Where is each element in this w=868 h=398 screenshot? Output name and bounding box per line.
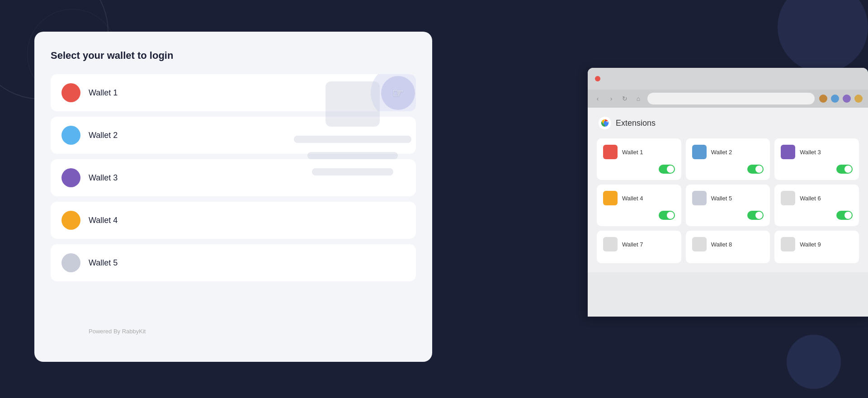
ext-toggle-4[interactable] (659, 211, 675, 220)
chrome-logo-icon (599, 117, 611, 129)
ext-name-2: Wallet 2 (711, 149, 732, 156)
wallet-icon-2 (61, 126, 80, 145)
ext-icon-3 (781, 145, 795, 159)
blur-content (262, 0, 443, 398)
ext-card-bottom-1 (603, 165, 675, 174)
address-bar[interactable] (647, 93, 815, 104)
wallet-name-4: Wallet 4 (89, 216, 118, 225)
ext-icon-4 (603, 191, 618, 205)
ext-card-bottom-3 (781, 165, 853, 174)
ext-card-bottom-6 (781, 211, 853, 220)
ext-icon-6 (781, 191, 795, 205)
wallet-icon-3 (61, 168, 80, 187)
wallet-name-3: Wallet 3 (89, 173, 118, 183)
ext-icon-9 (781, 237, 795, 251)
nav-home-button[interactable]: ⌂ (634, 94, 643, 103)
chrome-close-dot[interactable] (595, 76, 600, 81)
wallet-icon-4 (61, 211, 80, 230)
nav-icon-purple[interactable] (843, 95, 851, 103)
ext-name-9: Wallet 9 (800, 241, 821, 248)
placeholder-bar-2 (307, 152, 398, 159)
ext-card-9[interactable]: Wallet 9 (774, 231, 859, 263)
nav-back-button[interactable]: ‹ (593, 94, 602, 103)
ext-toggle-1[interactable] (659, 165, 675, 174)
ext-icon-5 (692, 191, 707, 205)
ext-card-4[interactable]: Wallet 4 (597, 185, 681, 226)
ext-name-8: Wallet 8 (711, 241, 732, 248)
chrome-window: ‹ › ↻ ⌂ (588, 68, 868, 317)
ext-toggle-6[interactable] (836, 211, 853, 220)
placeholder-square (326, 81, 380, 127)
ext-card-top-8: Wallet 8 (692, 237, 764, 251)
ext-card-top-9: Wallet 9 (781, 237, 853, 251)
ext-name-7: Wallet 7 (622, 241, 643, 248)
ext-icon-8 (692, 237, 707, 251)
ext-name-5: Wallet 5 (711, 195, 732, 202)
ext-card-bottom-2 (692, 165, 764, 174)
ext-card-bottom-4 (603, 211, 675, 220)
extensions-grid: Wallet 1 Wallet 2 (597, 138, 859, 263)
ext-name-4: Wallet 4 (622, 195, 643, 202)
ext-toggle-2[interactable] (747, 165, 764, 174)
ext-card-bottom-5 (692, 211, 764, 220)
wallet-name-2: Wallet 2 (89, 131, 118, 140)
ext-card-top-5: Wallet 5 (692, 191, 764, 205)
placeholder-bar-3 (312, 168, 393, 175)
nav-icon-yellow[interactable] (854, 95, 863, 103)
ext-card-top-1: Wallet 1 (603, 145, 675, 159)
ext-card-1[interactable]: Wallet 1 (597, 138, 681, 180)
placeholder-bar-1 (294, 136, 411, 143)
nav-forward-button[interactable]: › (607, 94, 616, 103)
nav-icon-brown[interactable] (819, 95, 827, 103)
ext-card-top-7: Wallet 7 (603, 237, 675, 251)
extensions-content: Extensions Wallet 1 (588, 108, 868, 272)
ext-card-2[interactable]: Wallet 2 (686, 138, 770, 180)
ext-card-7[interactable]: Wallet 7 (597, 231, 681, 263)
ext-card-top-2: Wallet 2 (692, 145, 764, 159)
ext-toggle-5[interactable] (747, 211, 764, 220)
ext-name-6: Wallet 6 (800, 195, 821, 202)
powered-by: Powered By RabbyKit (89, 328, 146, 335)
ext-name-3: Wallet 3 (800, 149, 821, 156)
extensions-title: Extensions (616, 118, 656, 128)
nav-refresh-button[interactable]: ↻ (620, 94, 629, 103)
wallet-icon-5 (61, 253, 80, 272)
extensions-header: Extensions (597, 117, 859, 129)
wallet-name-5: Wallet 5 (89, 258, 118, 268)
chrome-titlebar (588, 68, 868, 90)
ext-card-8[interactable]: Wallet 8 (686, 231, 770, 263)
ext-toggle-3[interactable] (836, 165, 853, 174)
wallet-icon-1 (61, 83, 80, 102)
ext-icon-2 (692, 145, 707, 159)
chrome-navbar: ‹ › ↻ ⌂ (588, 90, 868, 108)
main-container: Select your wallet to login Wallet 1 ☞ W… (0, 0, 868, 398)
ext-card-3[interactable]: Wallet 3 (774, 138, 859, 180)
ext-card-6[interactable]: Wallet 6 (774, 185, 859, 226)
ext-icon-7 (603, 237, 618, 251)
nav-icon-blue[interactable] (831, 95, 839, 103)
ext-card-top-4: Wallet 4 (603, 191, 675, 205)
ext-card-top-6: Wallet 6 (781, 191, 853, 205)
ext-name-1: Wallet 1 (622, 149, 643, 156)
ext-card-top-3: Wallet 3 (781, 145, 853, 159)
nav-icons (819, 95, 863, 103)
ext-card-5[interactable]: Wallet 5 (686, 185, 770, 226)
ext-icon-1 (603, 145, 618, 159)
wallet-name-1: Wallet 1 (89, 88, 118, 98)
